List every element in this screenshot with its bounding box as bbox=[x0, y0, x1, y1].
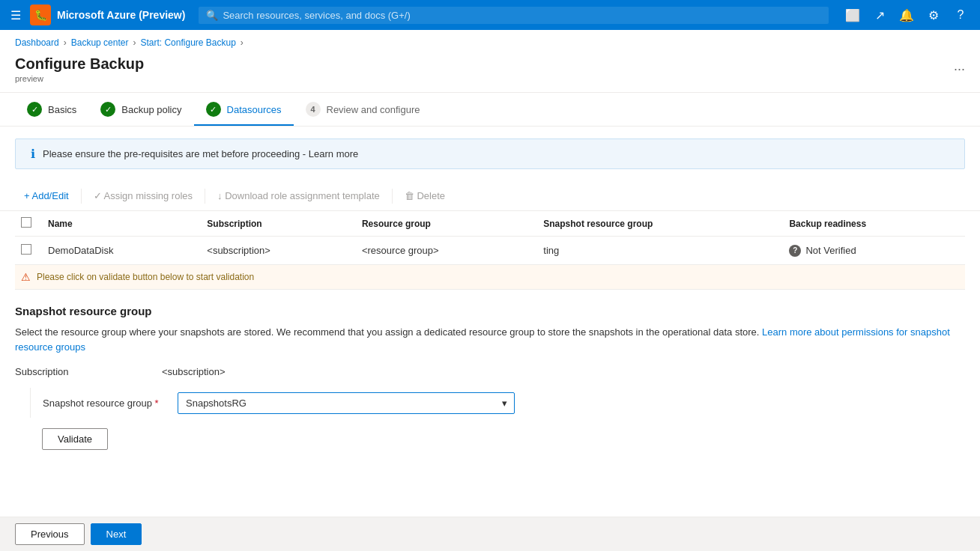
warning-row: ⚠ Please click on validate button below … bbox=[15, 265, 965, 290]
cloud-shell-icon[interactable]: ⬜ bbox=[841, 3, 865, 27]
table-row: DemoDataDisk <subscription> <resource gr… bbox=[15, 237, 965, 265]
search-input[interactable] bbox=[223, 10, 821, 21]
not-verified-icon: ? bbox=[789, 245, 801, 257]
row-backup-readiness: ? Not Verified bbox=[783, 237, 965, 265]
datasources-table-container: Name Subscription Resource group Snapsho… bbox=[0, 211, 980, 290]
info-icon: ℹ bbox=[31, 147, 35, 161]
help-icon[interactable]: ? bbox=[949, 3, 973, 27]
wizard-footer: Previous Next bbox=[0, 517, 980, 551]
nav-icons: ⬜ ↗ 🔔 ⚙ ? bbox=[841, 3, 973, 27]
search-icon: 🔍 bbox=[206, 10, 218, 21]
alert-banner: ℹ Please ensure the pre-requisites are m… bbox=[15, 138, 965, 169]
validate-button[interactable]: Validate bbox=[42, 428, 108, 450]
form-indent-border bbox=[30, 388, 31, 418]
tab-check-basics: ✓ bbox=[27, 102, 42, 117]
snapshot-rg-select-wrapper: SnapshotsRG bbox=[178, 392, 515, 414]
top-navigation: ☰ 🐛 Microsoft Azure (Preview) 🔍 ⬜ ↗ 🔔 ⚙ … bbox=[0, 0, 980, 30]
notifications-icon[interactable]: 🔔 bbox=[895, 3, 919, 27]
snapshot-rg-label: Snapshot resource group bbox=[43, 398, 178, 409]
next-button[interactable]: Next bbox=[91, 523, 142, 545]
main-content: Dashboard › Backup center › Start: Confi… bbox=[0, 30, 980, 551]
breadcrumb: Dashboard › Backup center › Start: Confi… bbox=[0, 30, 980, 51]
col-subscription: Subscription bbox=[201, 211, 356, 237]
tab-backup-policy-label: Backup policy bbox=[121, 104, 181, 115]
tab-datasources[interactable]: ✓ Datasources bbox=[194, 93, 294, 126]
row-snapshot-rg: ting bbox=[537, 237, 783, 265]
row-name: DemoDataDisk bbox=[42, 237, 201, 265]
row-subscription: <subscription> bbox=[201, 237, 356, 265]
datasources-table: Name Subscription Resource group Snapsho… bbox=[15, 211, 965, 290]
warning-icon: ⚠ bbox=[21, 271, 31, 283]
tab-check-datasources: ✓ bbox=[206, 102, 221, 117]
select-all-checkbox[interactable] bbox=[21, 217, 31, 228]
subscription-value: <subscription> bbox=[162, 366, 226, 377]
search-bar[interactable]: 🔍 bbox=[199, 7, 829, 24]
col-resource-group: Resource group bbox=[356, 211, 537, 237]
snapshot-rg-select[interactable]: SnapshotsRG bbox=[178, 392, 515, 414]
tab-basics-label: Basics bbox=[48, 104, 76, 115]
more-actions-button[interactable]: ... bbox=[954, 55, 965, 74]
col-backup-readiness: Backup readiness bbox=[783, 211, 965, 237]
bug-icon: 🐛 bbox=[30, 4, 51, 25]
learn-more-link[interactable]: Learn more bbox=[309, 148, 358, 159]
subscription-form-row: Subscription <subscription> bbox=[15, 366, 965, 377]
feedback-icon[interactable]: ↗ bbox=[868, 3, 892, 27]
snapshot-rg-title: Snapshot resource group bbox=[15, 305, 965, 317]
col-name: Name bbox=[42, 211, 201, 237]
warning-text: Please click on validate button below to… bbox=[37, 272, 254, 282]
breadcrumb-configure-backup[interactable]: Start: Configure Backup bbox=[140, 37, 235, 48]
page-title: Configure Backup bbox=[15, 55, 946, 73]
tab-number-review: 4 bbox=[306, 102, 321, 117]
settings-icon[interactable]: ⚙ bbox=[922, 3, 946, 27]
tab-datasources-label: Datasources bbox=[227, 104, 282, 115]
tab-review-label: Review and configure bbox=[327, 104, 420, 115]
tab-review[interactable]: 4 Review and configure bbox=[294, 93, 432, 126]
assign-missing-roles-button[interactable]: ✓ Assign missing roles bbox=[85, 186, 202, 206]
datasources-toolbar: + Add/Edit ✓ Assign missing roles ↓ Down… bbox=[0, 181, 980, 211]
breadcrumb-backup-center[interactable]: Backup center bbox=[71, 37, 129, 48]
download-template-button[interactable]: ↓ Download role assignment template bbox=[208, 186, 389, 206]
hamburger-menu[interactable]: ☰ bbox=[7, 5, 24, 25]
snapshot-rg-desc: Select the resource group where your sna… bbox=[15, 325, 965, 354]
app-title: Microsoft Azure (Preview) bbox=[57, 9, 185, 21]
breadcrumb-dashboard[interactable]: Dashboard bbox=[15, 37, 59, 48]
col-snapshot-rg: Snapshot resource group bbox=[537, 211, 783, 237]
not-verified-label: Not Verified bbox=[805, 245, 856, 256]
page-header: Configure Backup preview ... bbox=[0, 51, 980, 93]
tab-check-backup-policy: ✓ bbox=[100, 102, 115, 117]
preview-tag: preview bbox=[15, 74, 946, 83]
tab-basics[interactable]: ✓ Basics bbox=[15, 93, 88, 126]
subscription-label: Subscription bbox=[15, 366, 150, 377]
wizard-tabs: ✓ Basics ✓ Backup policy ✓ Datasources 4… bbox=[0, 93, 980, 127]
tab-backup-policy[interactable]: ✓ Backup policy bbox=[88, 93, 193, 126]
previous-button[interactable]: Previous bbox=[15, 523, 85, 545]
alert-text: Please ensure the pre-requisites are met… bbox=[43, 148, 306, 159]
add-edit-button[interactable]: + Add/Edit bbox=[15, 186, 78, 206]
delete-button[interactable]: 🗑 Delete bbox=[396, 186, 454, 206]
row-checkbox[interactable] bbox=[21, 244, 31, 255]
row-resource-group: <resource group> bbox=[356, 237, 537, 265]
snapshot-rg-section: Snapshot resource group Select the resou… bbox=[0, 290, 980, 465]
